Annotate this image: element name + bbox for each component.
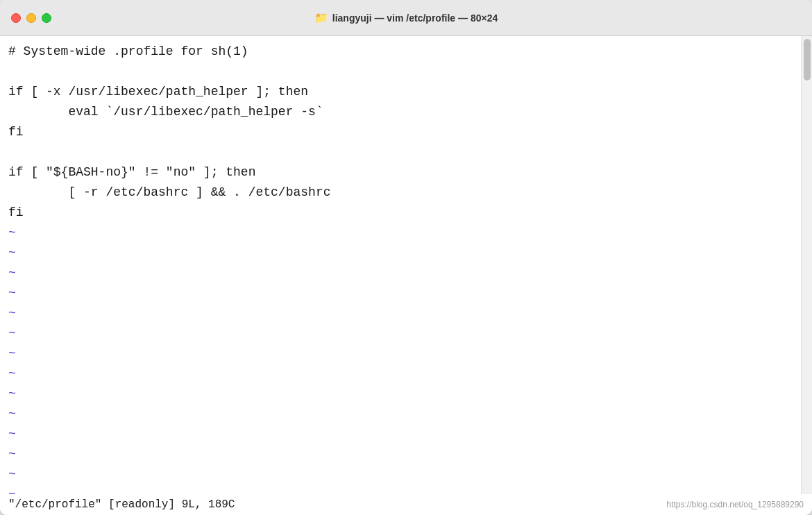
minimize-button[interactable]	[26, 13, 36, 23]
window-title: 📁 liangyuji — vim /etc/profile — 80×24	[314, 11, 498, 24]
scrollbar[interactable]	[801, 36, 812, 494]
editor-content[interactable]: # System-wide .profile for sh(1)if [ -x …	[0, 36, 801, 494]
editor-area: # System-wide .profile for sh(1)if [ -x …	[0, 36, 812, 494]
code-line: ~	[8, 263, 801, 283]
code-line: # System-wide .profile for sh(1)	[8, 42, 801, 62]
code-line: ~	[8, 344, 801, 364]
code-line: ~	[8, 364, 801, 384]
code-line: if [ -x /usr/libexec/path_helper ]; then	[8, 82, 801, 102]
folder-icon: 📁	[314, 11, 328, 24]
close-button[interactable]	[11, 13, 21, 23]
traffic-lights	[11, 13, 51, 23]
code-line: ~	[8, 424, 801, 444]
code-line: ~	[8, 323, 801, 344]
code-line: eval `/usr/libexec/path_helper -s`	[8, 102, 801, 122]
code-line	[8, 142, 801, 162]
status-right: https://blog.csdn.net/oq_1295889290	[667, 500, 804, 509]
code-line: ~	[8, 404, 801, 424]
code-line: ~	[8, 303, 801, 323]
status-left: "/etc/profile" [readonly] 9L, 189C	[8, 498, 235, 511]
code-line: ~	[8, 464, 801, 484]
code-line: ~	[8, 484, 801, 494]
code-line: fi	[8, 203, 801, 223]
code-line: fi	[8, 122, 801, 142]
code-line: ~	[8, 223, 801, 243]
maximize-button[interactable]	[42, 13, 51, 23]
code-line: [ -r /etc/bashrc ] && . /etc/bashrc	[8, 183, 801, 203]
terminal-window: 📁 liangyuji — vim /etc/profile — 80×24 #…	[0, 0, 812, 515]
scrollbar-thumb[interactable]	[804, 39, 811, 81]
code-line: ~	[8, 384, 801, 404]
code-line: ~	[8, 444, 801, 464]
code-line: if [ "${BASH-no}" != "no" ]; then	[8, 162, 801, 183]
status-bar: "/etc/profile" [readonly] 9L, 189C https…	[0, 494, 812, 515]
code-line	[8, 62, 801, 82]
titlebar: 📁 liangyuji — vim /etc/profile — 80×24	[0, 0, 812, 36]
code-line: ~	[8, 283, 801, 303]
title-text: liangyuji — vim /etc/profile — 80×24	[332, 12, 498, 24]
code-line: ~	[8, 243, 801, 263]
